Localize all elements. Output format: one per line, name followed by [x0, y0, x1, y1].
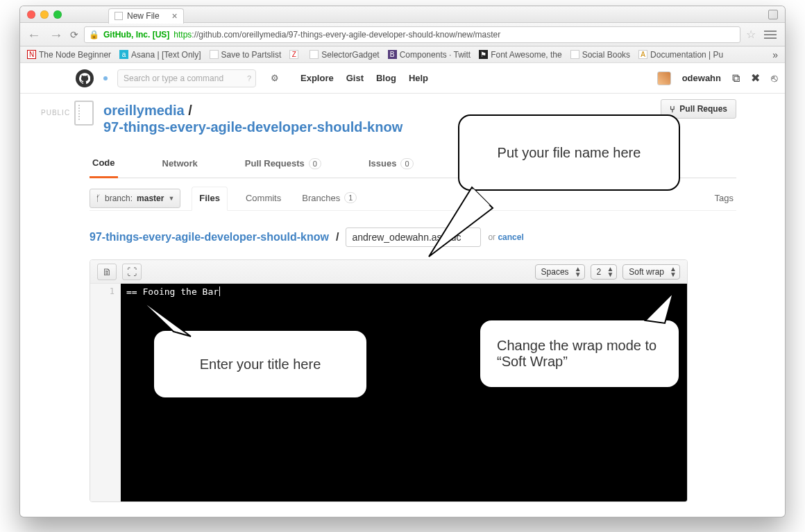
pull-request-icon: ⑂	[670, 104, 675, 114]
new-file-icon[interactable]: 🗎	[97, 264, 117, 280]
url-scheme: https	[173, 30, 192, 40]
lock-icon: 🔒	[89, 30, 99, 40]
tab-title: New File	[127, 11, 160, 21]
settings-gear-icon[interactable]: ⚙	[266, 69, 284, 87]
window-expand-icon[interactable]	[768, 10, 778, 19]
username[interactable]: odewahn	[682, 73, 721, 83]
titlebar: New File ×	[20, 6, 785, 23]
line-gutter: 1	[90, 284, 121, 501]
new-repo-icon[interactable]: ⧉	[732, 72, 740, 85]
bookmark-item[interactable]: ADocumentation | Pu	[638, 50, 723, 60]
editor-toolbar: 🗎 ⛶ Spaces▲▼ 2▲▼ Soft wrap▲▼	[90, 260, 687, 284]
pr-count: 0	[309, 158, 321, 169]
fullscreen-icon[interactable]: ⛶	[122, 264, 142, 280]
subtab-branches[interactable]: Branches 1	[299, 187, 359, 210]
nav-help[interactable]: Help	[409, 73, 428, 83]
tools-icon[interactable]: ✖	[751, 71, 760, 85]
command-bar[interactable]: Search or type a command ?	[117, 69, 256, 87]
tab-pull-requests[interactable]: Pull Requests 0	[242, 151, 324, 178]
tab-issues[interactable]: Issues 0	[366, 151, 416, 178]
branch-icon: ᚶ	[96, 194, 101, 203]
notification-dot[interactable]	[103, 76, 108, 80]
signout-icon[interactable]: ⎋	[771, 72, 778, 85]
bookmark-item[interactable]: Save to Partslist	[210, 50, 282, 60]
bookmarks-bar: NThe Node Beginner aAsana | [Text Only] …	[20, 46, 785, 63]
branch-select[interactable]: ᚶ branch: master ▼	[90, 189, 180, 208]
back-button[interactable]: ←	[26, 28, 42, 42]
subtab-files[interactable]: Files	[192, 187, 228, 211]
tab-favicon	[115, 12, 123, 20]
avatar[interactable]	[657, 71, 671, 85]
bookmark-item[interactable]: ⚑Font Awesome, the	[479, 50, 562, 60]
chrome-menu-icon[interactable]	[764, 31, 777, 39]
annotation-tail-icon	[638, 293, 687, 334]
window-zoom-button[interactable]	[53, 10, 62, 19]
url-rest: ://github.com/oreillymedia/97-things-eve…	[192, 30, 500, 40]
svg-marker-4	[645, 293, 673, 323]
nav-gist[interactable]: Gist	[346, 73, 364, 83]
github-logo-icon[interactable]	[76, 69, 94, 87]
svg-marker-0	[429, 187, 493, 257]
window-minimize-button[interactable]	[40, 10, 49, 19]
wrap-mode-select[interactable]: Soft wrap▲▼	[622, 264, 680, 280]
pull-request-label: Pull Reques	[679, 104, 727, 114]
caret-down-icon: ▼	[168, 195, 174, 202]
annotation-tail-icon	[423, 180, 507, 264]
text-cursor	[219, 286, 220, 296]
bookmark-item[interactable]: Social Books	[570, 50, 630, 60]
svg-marker-2	[139, 298, 191, 336]
tab-code[interactable]: Code	[90, 151, 118, 178]
nav-explore[interactable]: Explore	[300, 73, 334, 83]
bookmark-item[interactable]: Z	[289, 50, 301, 59]
tab-network[interactable]: Network	[160, 151, 201, 178]
repo-name-link[interactable]: 97-things-every-agile-developer-should-k…	[103, 119, 402, 135]
subtab-commits[interactable]: Commits	[243, 187, 284, 210]
bookmark-item[interactable]: SelectorGadget	[310, 50, 379, 60]
help-icon: ?	[247, 74, 251, 83]
line-number: 1	[110, 286, 115, 296]
indent-size-select[interactable]: 2▲▼	[591, 264, 618, 280]
indent-mode-select[interactable]: Spaces▲▼	[535, 264, 585, 280]
command-bar-placeholder: Search or type a command	[124, 74, 223, 83]
tab-close-icon[interactable]: ×	[172, 10, 178, 22]
browser-tab[interactable]: New File ×	[108, 8, 184, 24]
bookmark-star-icon[interactable]: ☆	[746, 28, 756, 41]
github-header: Search or type a command ? ⚙ Explore Gis…	[20, 63, 785, 94]
bookmark-item[interactable]: BComponents · Twitt	[388, 50, 471, 60]
bookmark-item[interactable]: NThe Node Beginner	[27, 50, 111, 60]
browser-toolbar: ← → ⟳ 🔒 GitHub, Inc. [US] https://github…	[20, 23, 785, 46]
address-bar[interactable]: 🔒 GitHub, Inc. [US] https://github.com/o…	[84, 26, 740, 43]
subtab-tags[interactable]: Tags	[712, 187, 736, 210]
repo-owner-link[interactable]: oreillymedia	[103, 103, 185, 118]
code-line-1: == Fooing the Bar	[126, 286, 219, 297]
path-repo-link[interactable]: 97-things-every-agile-developer-should-k…	[90, 231, 329, 243]
window-close-button[interactable]	[27, 10, 35, 19]
visibility-badge: PUBLIC	[41, 109, 70, 117]
slash: /	[188, 103, 192, 118]
bookmarks-overflow-icon[interactable]: »	[772, 49, 778, 60]
annotation-tail-icon	[132, 298, 194, 354]
forward-button[interactable]: →	[48, 28, 65, 42]
branches-count: 1	[344, 192, 357, 203]
header-nav: Explore Gist Blog Help	[300, 73, 428, 83]
nav-blog[interactable]: Blog	[376, 73, 396, 83]
repo-icon	[74, 101, 94, 126]
bookmark-item[interactable]: aAsana | [Text Only]	[119, 50, 201, 60]
path-separator: /	[336, 231, 339, 243]
file-path-row: 97-things-every-agile-developer-should-k…	[90, 228, 736, 247]
reload-button[interactable]: ⟳	[70, 29, 78, 40]
cert-owner: GitHub, Inc. [US]	[103, 30, 169, 40]
annotation-filename: Put your file name here	[458, 114, 680, 191]
issues-count: 0	[400, 158, 413, 169]
browser-window: New File × ← → ⟳ 🔒 GitHub, Inc. [US] htt…	[19, 6, 786, 517]
